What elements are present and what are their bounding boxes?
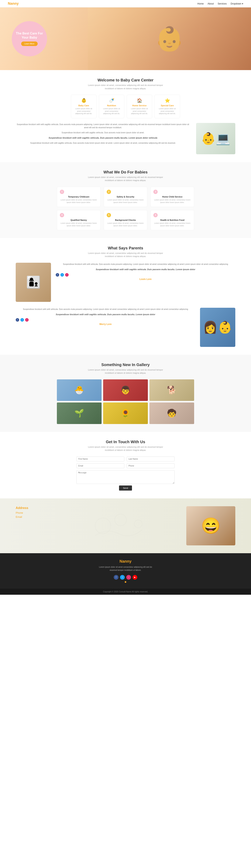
welcome-content: Suspendisse tincidunt velit velit sagitt… <box>16 123 235 154</box>
service-num-2: 2 <box>107 190 111 194</box>
home-service-desc: Lorem ipsum dolor sit amet consectetur a… <box>129 107 149 115</box>
nutrition-icon: 🍼 <box>102 98 122 103</box>
twitter-icon-2[interactable]: t <box>20 318 24 322</box>
welcome-cards: 👶 Baby Care Lorem ipsum dolor sit amet c… <box>16 95 235 118</box>
footer-logo[interactable]: Nanny <box>16 559 235 564</box>
welcome-card-nutrition: 🍼 Nutrition Lorem ipsum dolor sit amet c… <box>99 95 124 118</box>
svg-point-1 <box>115 514 127 526</box>
contact-title: Get In Touch With Us <box>16 440 235 444</box>
footer-text: Lorem ipsum dolor sit amet consectetur a… <box>96 565 155 572</box>
service-health-nutrition: 6 Health & Nutrition Food Lorem ipsum do… <box>150 210 194 230</box>
special-care-icon: ⭐ <box>157 98 177 103</box>
baby-care-title: Baby Care <box>74 104 94 107</box>
gallery-item-4[interactable]: 🌱 <box>57 402 102 424</box>
parents-grid: 👩‍👦 Suspendisse tincidunt velit velit ve… <box>16 263 235 347</box>
twitter-icon[interactable]: t <box>60 273 64 277</box>
nav-about[interactable]: About <box>208 2 214 5</box>
service-num-6: 6 <box>154 213 158 217</box>
first-name-input[interactable] <box>77 457 124 461</box>
gallery-item-3[interactable]: 🐕 <box>149 379 194 401</box>
first-name-field <box>77 457 124 461</box>
gallery-subtitle: Lorem ipsum dolor sit amet, consectetur … <box>86 368 165 375</box>
gallery-item-2[interactable]: 👦 <box>103 379 148 401</box>
service-temporary-childcare: 1 Temporary Childcare Lorem ipsum dolor … <box>57 187 101 207</box>
footer-facebook-icon[interactable]: f <box>114 575 118 580</box>
parent-photo-1: 👩‍👦 <box>16 263 51 302</box>
hero-title: The Best Care For Your Baby <box>16 32 43 40</box>
submit-button[interactable]: Send <box>119 486 132 491</box>
service-title-6: Health & Nutrition Food <box>154 219 191 221</box>
gallery-title: Something New In Gallery <box>16 363 235 367</box>
parent-social-1: f t i <box>56 273 235 277</box>
gallery-item-1[interactable]: 🐣 <box>57 379 102 401</box>
copyright-text: Copyright © 2020 Consult-Name All rights… <box>103 591 148 593</box>
special-care-desc: Lorem ipsum dolor sit amet consectetur a… <box>157 107 177 115</box>
welcome-section: Welcome to Baby Care Center Lorem ipsum … <box>0 70 251 162</box>
what-we-do-section: What We Do For Babies Lorem ipsum dolor … <box>0 162 251 238</box>
service-title-4: Qualified Nanny <box>60 219 97 221</box>
welcome-para1: Suspendisse tincidunt velit velit sagitt… <box>16 123 190 129</box>
message-input[interactable] <box>77 470 174 484</box>
doodle-decoration <box>55 506 186 546</box>
footer-dot-indicator <box>125 581 126 583</box>
parent-photo-2: 👩‍👶 <box>200 308 235 347</box>
gallery-grid: 🐣 👦 🐕 🌱 🌻 🧒 <box>57 379 194 424</box>
footer-twitter-icon[interactable]: t <box>120 575 125 580</box>
welcome-baby-image: 👶💻 <box>196 123 235 154</box>
service-desc-4: Lorem ipsum dolor sit amet, consectetur … <box>60 222 97 227</box>
name-row <box>77 457 174 461</box>
baby-care-desc: Lorem ipsum dolor sit amet consectetur a… <box>74 107 94 115</box>
parent-content-1: Suspendisse tincidunt velit velit vehicu… <box>56 263 235 281</box>
welcome-card-baby-care: 👶 Baby Care Lorem ipsum dolor sit amet c… <box>71 95 96 118</box>
logo[interactable]: Nanny <box>8 2 19 6</box>
parent-name-1: Louis Lore <box>56 278 235 281</box>
service-num-3: 3 <box>154 190 158 194</box>
hero-content: The Best Care For Your Baby Learn More <box>12 21 47 56</box>
contact-bar-baby-image: 😄 <box>186 506 235 546</box>
baby-care-icon: 👶 <box>74 98 94 103</box>
welcome-subtitle: Lorem ipsum dolor sit amet, consectetur … <box>86 84 165 90</box>
last-name-input[interactable] <box>127 457 174 461</box>
footer-youtube-icon[interactable]: ▶ <box>133 575 137 580</box>
email-field <box>77 463 124 468</box>
gallery-item-6[interactable]: 🧒 <box>149 402 194 424</box>
welcome-para3: Suspendisse tincidunt velit velit sagitt… <box>16 142 190 145</box>
hero-button[interactable]: Learn More <box>21 41 37 46</box>
last-name-field <box>127 457 174 461</box>
instagram-icon[interactable]: i <box>65 273 68 277</box>
service-home-child: 3 Home Child Service Lorem ipsum dolor s… <box>150 187 194 207</box>
hero-bubble: The Best Care For Your Baby Learn More <box>12 21 47 56</box>
service-title-3: Home Child Service <box>154 195 191 198</box>
testimonial-1: 👩‍👦 Suspendisse tincidunt velit velit ve… <box>16 263 235 302</box>
parent-social-2: f t i <box>16 318 195 322</box>
message-field <box>77 470 174 484</box>
service-num-5: 5 <box>107 213 111 217</box>
parents-section: What Says Parents Lorem ipsum dolor sit … <box>0 238 251 355</box>
nav-home[interactable]: Home <box>197 2 204 5</box>
nav-services[interactable]: Services <box>218 2 227 5</box>
email-label: Email <box>16 516 55 518</box>
facebook-icon[interactable]: f <box>56 273 59 277</box>
footer-bottom: Copyright © 2020 Consult-Name All rights… <box>0 589 251 595</box>
svg-point-2 <box>134 520 142 528</box>
gallery-item-5[interactable]: 🌻 <box>103 402 148 424</box>
facebook-icon-2[interactable]: f <box>16 318 19 322</box>
service-num-1: 1 <box>60 190 64 194</box>
gallery-section: Something New In Gallery Lorem ipsum dol… <box>0 355 251 432</box>
special-care-title: Special Care <box>157 104 177 107</box>
nav-dropdown[interactable]: Dropdown ▾ <box>231 2 243 5</box>
testimonial-2: 👩‍👶 Suspendisse tincidunt velit velit ve… <box>16 308 235 347</box>
nav-links: Home About Services Dropdown ▾ <box>197 2 243 5</box>
phone-label: Phone <box>16 511 55 514</box>
navigation: Nanny Home About Services Dropdown ▾ <box>0 0 251 7</box>
contact-bar: Address Phone Email 😄 <box>0 498 251 553</box>
welcome-card-special-care: ⭐ Special Care Lorem ipsum dolor sit ame… <box>155 95 180 118</box>
parents-subtitle: Lorem ipsum dolor sit amet, consectetur … <box>86 252 165 258</box>
phone-field <box>127 463 174 468</box>
welcome-text-block: Suspendisse tincidunt velit velit sagitt… <box>16 123 190 147</box>
footer-instagram-icon[interactable]: i <box>126 575 131 580</box>
service-title-2: Safety & Security <box>107 195 144 198</box>
instagram-icon-2[interactable]: i <box>25 318 29 322</box>
email-input[interactable] <box>77 463 124 468</box>
phone-input[interactable] <box>127 463 174 468</box>
